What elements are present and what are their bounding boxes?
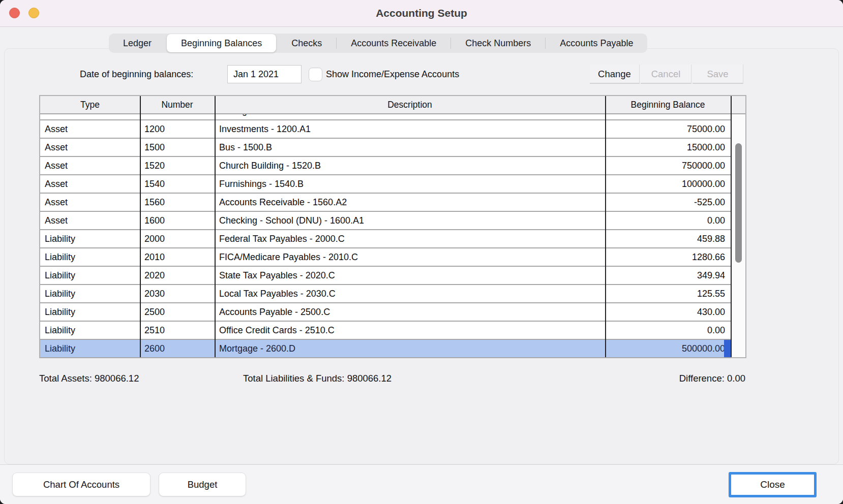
cell-balance: 0.00 (605, 325, 731, 336)
table-row[interactable]: Asset1520Church Building - 1520.B750000.… (40, 157, 731, 175)
cell-type: Asset (40, 197, 140, 208)
cell-number: 1560 (140, 197, 215, 208)
table-row[interactable]: Liability2010FICA/Medicare Payables - 20… (40, 248, 731, 267)
table-row[interactable]: Liability2000Federal Tax Payables - 2000… (40, 230, 731, 248)
cell-number: 2500 (140, 307, 215, 318)
cell-balance: 459.88 (605, 234, 731, 244)
cell-description: Accounts Receivable - 1560.A2 (215, 197, 605, 208)
table-row[interactable]: Asset1500Bus - 1500.B15000.00 (40, 139, 731, 157)
table-row[interactable]: Asset1100Savings - 1100.A15745.66 (40, 114, 731, 120)
beginning-balances-table: Type Number Description Beginning Balanc… (39, 95, 746, 358)
tab-accounts-payable[interactable]: Accounts Payable (546, 34, 647, 53)
tab-beginning-balances[interactable]: Beginning Balances (167, 34, 276, 52)
cell-type: Liability (40, 270, 140, 281)
show-income-expense-label: Show Income/Expense Accounts (326, 69, 459, 80)
cell-description: Local Tax Payables - 2030.C (215, 289, 605, 299)
table-row[interactable]: Liability2600Mortgage - 2600.D500000.00 (40, 340, 731, 358)
cell-description: Federal Tax Payables - 2000.C (215, 234, 605, 244)
table-row[interactable]: Asset1540Furnishings - 1540.B100000.00 (40, 175, 731, 194)
column-header-type[interactable]: Type (40, 100, 140, 110)
cell-balance: 100000.00 (605, 179, 731, 190)
total-assets: Total Assets: 980066.12 (39, 373, 139, 384)
window-title: Accounting Setup (0, 0, 843, 26)
cell-number: 1600 (140, 215, 215, 226)
cell-balance: 0.00 (605, 215, 731, 226)
cell-number: 2000 (140, 234, 215, 244)
cell-type: Asset (40, 179, 140, 190)
table-row[interactable]: Asset1600Checking - School (DNU) - 1600.… (40, 212, 731, 230)
table-body: Asset1100Savings - 1100.A15745.66Asset12… (40, 114, 731, 358)
cell-type: Asset (40, 215, 140, 226)
footer-bar: Chart Of Accounts Budget Close (0, 464, 843, 504)
cell-balance: -525.00 (605, 197, 731, 208)
cell-type: Liability (40, 343, 140, 354)
cell-type: Liability (40, 289, 140, 299)
tab-check-numbers[interactable]: Check Numbers (451, 34, 545, 53)
column-header-beginning-balance[interactable]: Beginning Balance (605, 100, 731, 110)
chart-of-accounts-button[interactable]: Chart Of Accounts (12, 472, 150, 496)
cell-balance: 75000.00 (605, 124, 731, 135)
cell-description: Investments - 1200.A1 (215, 124, 605, 135)
cell-description: Bus - 1500.B (215, 142, 605, 153)
tab-divider (166, 38, 166, 49)
table-row[interactable]: Liability2500Accounts Payable - 2500.C43… (40, 303, 731, 322)
table-header: Type Number Description Beginning Balanc… (40, 96, 745, 114)
table-row[interactable]: Liability2020State Tax Payables - 2020.C… (40, 267, 731, 285)
cell-number: 2020 (140, 270, 215, 281)
cell-type: Liability (40, 252, 140, 263)
close-button[interactable]: Close (729, 472, 817, 497)
cell-description: Checking - School (DNU) - 1600.A1 (215, 215, 605, 226)
vertical-scrollbar-track[interactable] (732, 114, 745, 357)
show-income-expense-checkbox[interactable] (309, 68, 322, 81)
cell-balance: 5745.66 (605, 114, 731, 116)
tab-bar: LedgerBeginning BalancesChecksAccounts R… (109, 34, 647, 53)
column-header-number[interactable]: Number (140, 100, 215, 110)
tab-ledger[interactable]: Ledger (109, 34, 166, 53)
column-header-description[interactable]: Description (215, 100, 605, 110)
table-row[interactable]: Asset1200Investments - 1200.A175000.00 (40, 120, 731, 139)
selection-end-block (724, 340, 731, 357)
table-row[interactable]: Liability2510Office Credit Cards - 2510.… (40, 322, 731, 340)
change-button[interactable]: Change (590, 65, 640, 84)
cell-balance: 349.94 (605, 270, 731, 281)
table-row[interactable]: Asset1560Accounts Receivable - 1560.A2-5… (40, 194, 731, 212)
cell-description: Church Building - 1520.B (215, 161, 605, 171)
cell-description: Furnishings - 1540.B (215, 179, 605, 190)
totals-row: Total Assets: 980066.12 Total Liabilitie… (0, 373, 843, 385)
vertical-scrollbar-thumb[interactable] (735, 143, 742, 263)
cell-number: 1520 (140, 161, 215, 171)
accounting-setup-window: Accounting Setup LedgerBeginning Balance… (0, 0, 843, 504)
cell-number: 1540 (140, 179, 215, 190)
cell-type: Asset (40, 114, 140, 116)
budget-button[interactable]: Budget (159, 472, 246, 496)
cell-balance: 1280.66 (605, 252, 731, 263)
tab-accounts-receivable[interactable]: Accounts Receivable (337, 34, 450, 53)
save-button[interactable]: Save (693, 65, 743, 84)
total-liabilities-funds: Total Liabilities & Funds: 980066.12 (243, 373, 392, 384)
cell-number: 2600 (140, 343, 215, 354)
cell-description: State Tax Payables - 2020.C (215, 270, 605, 281)
tab-checks[interactable]: Checks (277, 34, 336, 53)
cancel-button[interactable]: Cancel (641, 65, 691, 84)
table-row[interactable]: Liability2030Local Tax Payables - 2030.C… (40, 285, 731, 303)
date-input[interactable] (227, 65, 302, 83)
cell-number: 1500 (140, 142, 215, 153)
cell-description: Office Credit Cards - 2510.C (215, 325, 605, 336)
cell-type: Liability (40, 234, 140, 244)
cell-type: Liability (40, 307, 140, 318)
cell-description: Accounts Payable - 2500.C (215, 307, 605, 318)
difference: Difference: 0.00 (679, 373, 745, 384)
cell-number: 1200 (140, 124, 215, 135)
cell-description: Savings - 1100.A1 (215, 114, 605, 116)
cell-balance: 750000.00 (605, 161, 731, 171)
date-of-beginning-balances-label: Date of beginning balances: (80, 69, 193, 80)
cell-number: 1100 (140, 114, 215, 116)
cell-number: 2030 (140, 289, 215, 299)
cell-balance: 15000.00 (605, 142, 731, 153)
cell-description: Mortgage - 2600.D (215, 343, 605, 354)
cell-type: Asset (40, 142, 140, 153)
titlebar: Accounting Setup (0, 0, 843, 27)
cell-type: Asset (40, 161, 140, 171)
cell-number: 2510 (140, 325, 215, 336)
cell-balance: 500000.00 (605, 343, 731, 354)
